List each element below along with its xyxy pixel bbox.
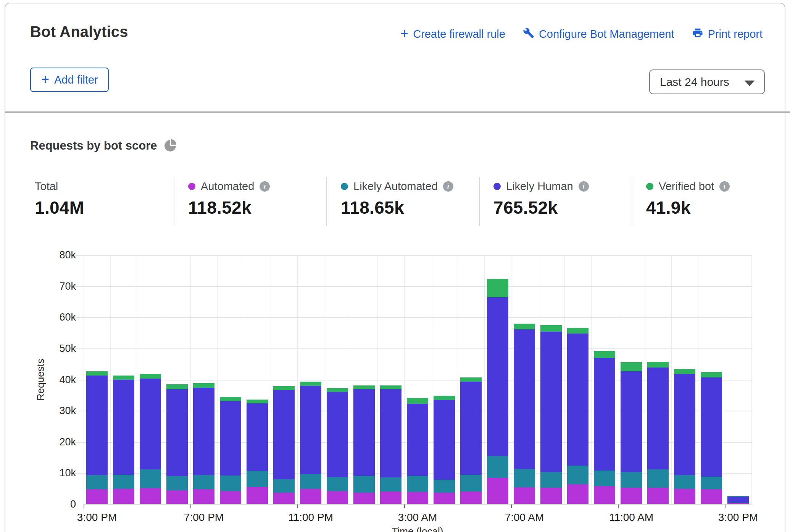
segment-verified-bot [327, 388, 348, 392]
bar-10-00-am [594, 351, 615, 504]
info-icon[interactable]: i [443, 181, 453, 192]
stat-label: Verified bot [659, 180, 714, 193]
bar-11-00-am [621, 362, 642, 504]
segment-verified-bot [380, 385, 401, 390]
segment-verified-bot [540, 325, 562, 331]
y-tick-label: 0 [5, 498, 76, 510]
section-title: Requests by bot score [30, 139, 157, 153]
bar-5-00-am [460, 377, 482, 504]
segment-likely-automated [113, 475, 134, 489]
segment-automated [353, 493, 375, 504]
segment-likely-human [113, 380, 134, 475]
segment-automated [621, 488, 642, 504]
bar-9-00-am [567, 328, 588, 504]
segment-likely-human [353, 389, 375, 476]
bar-6-00-pm [166, 384, 188, 504]
stat-likely-human: Likely Human i 765.52k [479, 177, 632, 226]
x-tick-label: 7:00 AM [505, 511, 544, 524]
segment-verified-bot [647, 362, 669, 368]
x-tick-mark [511, 505, 512, 508]
stats-row: Total 1.04M Automated i 118.52k Likely A… [35, 177, 784, 226]
segment-verified-bot [621, 362, 642, 371]
segment-verified-bot [166, 384, 188, 389]
bot-analytics-card: Bot Analytics + Create firewall rule Con… [5, 3, 785, 532]
segment-verified-bot [434, 396, 455, 400]
segment-verified-bot [140, 374, 161, 379]
bar-3-00-pm [727, 496, 749, 504]
bar-11-00-pm [300, 382, 321, 504]
plus-icon: + [41, 73, 49, 86]
info-icon[interactable]: i [260, 181, 270, 192]
segment-verified-bot [300, 382, 321, 386]
legend-dot-likely-human [493, 183, 501, 190]
stat-label: Automated [201, 180, 254, 193]
x-tick-mark [190, 505, 191, 508]
x-tick-label: 7:00 PM [184, 511, 224, 524]
y-tick-label: 60k [5, 311, 76, 323]
segment-verified-bot [273, 386, 295, 390]
info-icon[interactable]: i [719, 181, 730, 192]
segment-likely-human [514, 329, 535, 469]
h-gridline [72, 255, 751, 256]
stat-value: 765.52k [493, 197, 632, 218]
segment-likely-automated [434, 480, 455, 492]
page-title: Bot Analytics [30, 23, 128, 40]
bar-12-00-am [327, 388, 348, 504]
segment-automated [647, 488, 669, 504]
segment-verified-bot [113, 376, 134, 380]
x-tick-label: 3:00 PM [718, 511, 758, 524]
segment-likely-automated [540, 472, 562, 488]
segment-likely-automated [594, 471, 615, 487]
y-tick-label: 20k [5, 436, 76, 448]
bar-9-00-pm [247, 400, 268, 504]
info-icon[interactable]: i [579, 181, 589, 192]
segment-likely-automated [647, 469, 669, 488]
segment-verified-bot [86, 371, 108, 376]
stat-value: 1.04M [35, 197, 174, 218]
segment-verified-bot [514, 324, 535, 329]
segment-likely-automated [514, 469, 535, 487]
segment-likely-human [727, 497, 749, 503]
time-range-select[interactable]: Last 24 hours [649, 69, 765, 94]
action-label: Print report [708, 28, 763, 40]
plot-area [84, 255, 751, 505]
segment-likely-human [273, 390, 295, 479]
add-filter-button[interactable]: + Add filter [30, 68, 109, 92]
segment-verified-bot [407, 398, 428, 404]
segment-automated [220, 491, 241, 504]
header-actions: + Create firewall rule Configure Bot Man… [400, 27, 763, 41]
segment-automated [193, 489, 214, 504]
stat-verified-bot: Verified bot i 41.9k [632, 177, 784, 226]
x-tick-mark [404, 505, 405, 508]
stat-total: Total 1.04M [35, 177, 174, 226]
segment-likely-automated [140, 469, 161, 488]
segment-likely-human [460, 382, 482, 475]
segment-likely-automated [273, 479, 295, 493]
configure-bot-management-link[interactable]: Configure Bot Management [523, 27, 674, 41]
segment-verified-bot [674, 369, 695, 374]
segment-likely-automated [487, 456, 508, 478]
create-firewall-rule-link[interactable]: + Create firewall rule [400, 28, 505, 40]
bar-2-00-am [380, 385, 401, 504]
header-divider [5, 111, 790, 113]
stat-label: Total [35, 180, 58, 193]
segment-automated [567, 484, 588, 504]
print-report-link[interactable]: Print report [692, 27, 763, 41]
segment-likely-automated [674, 475, 695, 489]
segment-likely-human [86, 376, 108, 475]
stat-value: 41.9k [646, 197, 784, 218]
segment-likely-human [621, 371, 642, 472]
x-tick-mark [725, 505, 726, 508]
segment-automated [247, 487, 268, 504]
segment-likely-automated [460, 475, 482, 492]
segment-likely-human [674, 374, 695, 475]
legend-dot-verified-bot [646, 183, 653, 190]
x-tick-label: 11:00 PM [288, 511, 333, 524]
segment-automated [434, 493, 455, 504]
segment-likely-human [407, 404, 428, 476]
segment-likely-automated [247, 471, 268, 487]
segment-likely-human [434, 400, 455, 480]
segment-likely-human [247, 403, 268, 471]
bar-1-00-pm [674, 369, 695, 504]
segment-likely-automated [380, 477, 401, 492]
